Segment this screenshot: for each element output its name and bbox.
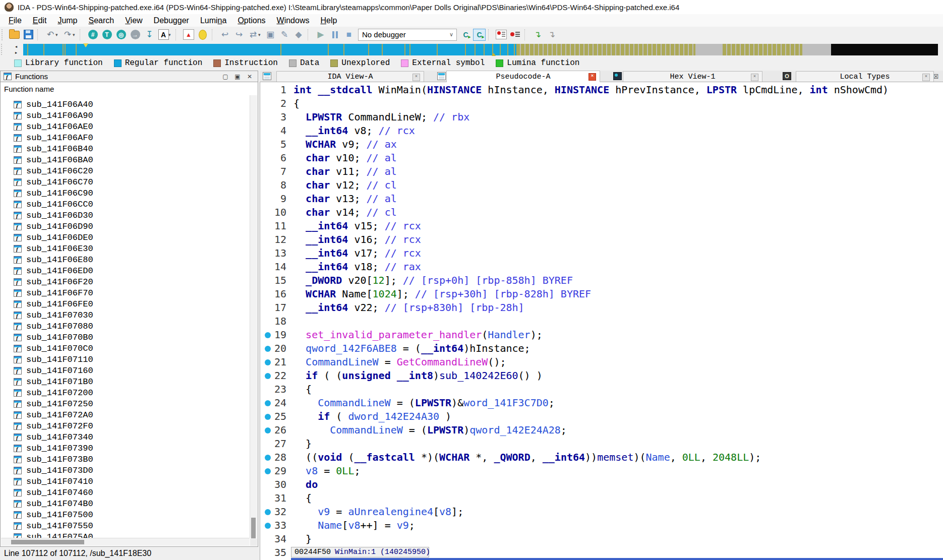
function-list-item[interactable]: sub_141F06C90 <box>1 188 250 199</box>
pseudocode-line[interactable]: 27 } <box>260 437 943 451</box>
function-list-item[interactable]: sub_141F06D90 <box>1 221 250 232</box>
start-process-icon[interactable]: ▶ <box>314 29 327 41</box>
menu-debugger[interactable]: Debugger <box>148 15 195 26</box>
function-list-item[interactable]: sub_141F07410 <box>1 476 250 487</box>
menu-file[interactable]: File <box>3 15 27 26</box>
function-list-item[interactable]: sub_141F074B0 <box>1 498 250 509</box>
function-list-item[interactable]: sub_141F06DE0 <box>1 232 250 243</box>
function-list-item[interactable]: sub_141F07110 <box>1 354 250 365</box>
tab-local-types[interactable]: Local Types× <box>796 71 934 82</box>
panel-close-icon[interactable]: ✕ <box>244 72 256 81</box>
function-list-item[interactable]: sub_141F06CC0 <box>1 199 250 210</box>
hscrollbar-thumb[interactable] <box>11 540 84 544</box>
edit-mode-icon[interactable]: ✎ <box>278 29 291 41</box>
dropdown-arrow-icon[interactable]: ▾ <box>55 32 61 37</box>
function-list-item[interactable]: sub_141F06F20 <box>1 276 250 287</box>
pseudocode-line[interactable]: 7 char v11; // al <box>260 165 943 178</box>
pseudocode-line[interactable]: 19 set_invalid_parameter_handler(Handler… <box>260 328 943 342</box>
menu-help[interactable]: Help <box>315 15 342 26</box>
pseudocode-line[interactable]: 24 CommandLineW = (LPWSTR)&word_141F3C7D… <box>260 396 943 410</box>
function-list-item[interactable]: sub_141F07250 <box>1 398 250 409</box>
function-list-item[interactable]: sub_141F072A0 <box>1 409 250 420</box>
pseudocode-line[interactable]: 25 if ( dword_142E24A30 ) <box>260 410 943 423</box>
navband-prev-button[interactable]: ◂ <box>12 44 20 49</box>
functions-panel-header[interactable]: Functions ▢ ▣ ✕ <box>0 71 258 82</box>
step-into-icon[interactable]: ↴ <box>531 29 544 41</box>
pseudocode-line[interactable]: 9 char v13; // al <box>260 192 943 206</box>
pseudocode-line[interactable]: 26 CommandLineW = (LPWSTR)qword_142E24A2… <box>260 423 943 437</box>
function-list-item[interactable]: sub_141F06C20 <box>1 165 250 176</box>
tab-close-icon[interactable]: × <box>751 74 758 81</box>
dropdown-arrow-icon[interactable]: ▾ <box>73 32 78 37</box>
dropdown-arrow-icon[interactable]: ▾ <box>258 32 263 37</box>
pseudocode-line[interactable]: 14 __int64 v18; // rax <box>260 260 943 274</box>
functions-vertical-scrollbar[interactable] <box>250 95 257 538</box>
function-list-item[interactable]: sub_141F072F0 <box>1 420 250 431</box>
pseudocode-line[interactable]: 30 do <box>260 478 943 491</box>
function-list-item[interactable]: sub_141F07500 <box>1 509 250 520</box>
function-list-item[interactable]: sub_141F070C0 <box>1 343 250 354</box>
functions-horizontal-scrollbar[interactable] <box>1 538 250 546</box>
function-list-item[interactable]: sub_141F07200 <box>1 387 250 398</box>
function-list-item[interactable]: sub_141F071B0 <box>1 376 250 387</box>
pseudocode-line[interactable]: 4 __int64 v8; // rcx <box>260 124 943 138</box>
pseudocode-line[interactable]: 20 qword_142F6ABE8 = (__int64)hInstance; <box>260 342 943 355</box>
pseudocode-line[interactable]: 5 WCHAR v9; // ax <box>260 138 943 151</box>
pause-process-icon[interactable] <box>328 29 341 41</box>
windows-list-icon[interactable]: ▣ <box>264 29 277 41</box>
dropdown-arrow-icon[interactable]: ▾ <box>168 32 173 37</box>
pseudocode-line[interactable]: 15 _DWORD v20[12]; // [rsp+0h] [rbp-858h… <box>260 274 943 287</box>
tab-pseudocode-a[interactable]: Pseudocode-A× <box>446 71 600 82</box>
function-list-item[interactable]: sub_141F06A40 <box>1 99 250 110</box>
xref-to-icon[interactable]: ↪ <box>232 29 246 41</box>
pseudocode-line[interactable]: 28 ((void (__fastcall *)(WCHAR *, _QWORD… <box>260 451 943 464</box>
tab-ida-view-a[interactable]: IDA View-A× <box>276 71 424 82</box>
panel-float-icon[interactable]: ▣ <box>231 72 244 81</box>
breakpoints-window-icon[interactable]: ▲ <box>182 29 195 41</box>
function-list-item[interactable]: sub_141F06F70 <box>1 287 250 298</box>
function-list-item[interactable]: sub_141F073B0 <box>1 454 250 465</box>
pseudocode-line[interactable]: 33 Name[v8++] = v9; <box>260 519 943 532</box>
function-list-item[interactable]: sub_141F06E80 <box>1 254 250 265</box>
pseudocode-line[interactable]: 34 } <box>260 532 943 546</box>
function-list-item[interactable]: sub_141F07080 <box>1 321 250 332</box>
pseudocode-line[interactable]: 3 LPWSTR CommandLineW; // rbx <box>260 110 943 124</box>
pseudocode-line[interactable]: 29 v8 = 0LL; <box>260 464 943 478</box>
function-list-item[interactable]: sub_141F075A0 <box>1 531 250 538</box>
pseudocode-line[interactable]: 18 <box>260 315 943 328</box>
jump-text-icon[interactable]: T <box>100 29 113 41</box>
tab-close-icon[interactable]: × <box>588 73 596 81</box>
function-list-item[interactable]: sub_141F07390 <box>1 443 250 454</box>
function-list-item[interactable]: sub_141F06D30 <box>1 210 250 221</box>
function-list-item[interactable]: sub_141F06B40 <box>1 143 250 154</box>
function-list-item[interactable]: sub_141F06E30 <box>1 243 250 254</box>
breakpoint-toggle-icon[interactable] <box>509 29 522 41</box>
pseudocode-line[interactable]: 2{ <box>260 97 943 110</box>
jump-entry-icon[interactable]: ↧ <box>143 29 156 41</box>
jump-name-icon[interactable]: ◎ <box>114 29 128 41</box>
save-database-icon[interactable] <box>22 29 35 41</box>
menu-view[interactable]: View <box>120 15 148 26</box>
pseudocode-line[interactable]: 22 if ( (unsigned __int8)sub_140242E60()… <box>260 369 943 383</box>
run-to-cursor-icon[interactable]: C▸ <box>473 29 486 41</box>
function-list-item[interactable]: sub_141F07030 <box>1 309 250 321</box>
function-name-column-header[interactable]: Function name <box>1 82 258 95</box>
tab-close-icon[interactable]: × <box>412 74 420 81</box>
pseudocode-line[interactable]: 1int __stdcall WinMain(HINSTANCE hInstan… <box>260 83 943 97</box>
function-list-item[interactable]: sub_141F06A90 <box>1 110 250 121</box>
function-list-item[interactable]: sub_141F06C70 <box>1 176 250 188</box>
pseudocode-line[interactable]: 16 WCHAR Name[1024]; // [rsp+30h] [rbp-8… <box>260 287 943 301</box>
pseudocode-line[interactable]: 11 __int64 v15; // rcx <box>260 219 943 233</box>
function-list-item[interactable]: sub_141F070B0 <box>1 332 250 343</box>
function-list-item[interactable]: sub_141F06AE0 <box>1 121 250 132</box>
step-over-icon[interactable]: ↴ <box>545 29 558 41</box>
menu-windows[interactable]: Windows <box>271 15 315 26</box>
menu-lumina[interactable]: Lumina <box>195 15 232 26</box>
function-list-item[interactable]: sub_141F06AF0 <box>1 132 250 143</box>
pseudocode-line[interactable]: 32 v9 = aUnrealengine4[v8]; <box>260 505 943 519</box>
run-until-return-icon[interactable]: C▸ <box>459 29 472 41</box>
pseudocode-line[interactable]: 31 { <box>260 491 943 505</box>
stop-process-icon[interactable]: ■ <box>342 29 356 41</box>
menu-jump[interactable]: Jump <box>52 15 83 26</box>
open-file-icon[interactable] <box>8 29 21 41</box>
